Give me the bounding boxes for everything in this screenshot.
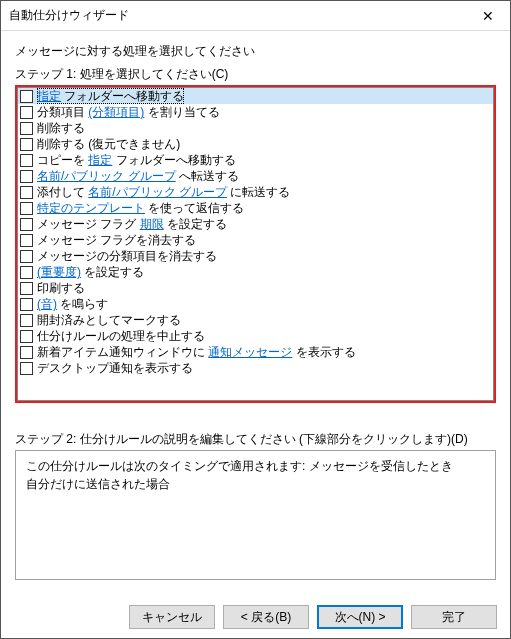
rule-text-part: を設定する bbox=[164, 217, 227, 231]
rule-text: メッセージ フラグ 期限 を設定する bbox=[37, 216, 227, 232]
rule-checkbox[interactable] bbox=[20, 314, 33, 327]
rule-text: デスクトップ通知を表示する bbox=[37, 360, 193, 376]
rule-checkbox[interactable] bbox=[20, 362, 33, 375]
rule-text-part: 仕分けルールの処理を中止する bbox=[37, 329, 205, 343]
rule-checkbox[interactable] bbox=[20, 282, 33, 295]
rule-checkbox[interactable] bbox=[20, 346, 33, 359]
rule-text-part: を割り当てる bbox=[144, 105, 219, 119]
rule-row[interactable]: デスクトップ通知を表示する bbox=[18, 360, 493, 376]
rule-row[interactable]: 添付して 名前/パブリック グループ に転送する bbox=[18, 184, 493, 200]
rule-text-part: 削除する (復元できません) bbox=[37, 137, 180, 151]
rule-checkbox[interactable] bbox=[20, 250, 33, 263]
rule-text: 開封済みとしてマークする bbox=[37, 312, 181, 328]
rule-text: (重要度) を設定する bbox=[37, 264, 144, 280]
rule-link[interactable]: 通知メッセージ bbox=[208, 345, 292, 359]
rule-checkbox[interactable] bbox=[20, 218, 33, 231]
instruction-text: メッセージに対する処理を選択してください bbox=[15, 43, 496, 60]
rule-text: メッセージの分類項目を消去する bbox=[37, 248, 217, 264]
rule-text: コピーを 指定 フォルダーへ移動する bbox=[37, 152, 236, 168]
description-box[interactable]: この仕分けルールは次のタイミングで適用されます: メッセージを受信したとき 自分… bbox=[15, 450, 496, 580]
rule-row[interactable]: 指定 フォルダーへ移動する bbox=[18, 88, 493, 104]
finish-button[interactable]: 完了 bbox=[411, 605, 497, 629]
rule-link[interactable]: (音) bbox=[37, 297, 57, 311]
rule-checkbox[interactable] bbox=[20, 186, 33, 199]
rule-checkbox[interactable] bbox=[20, 90, 33, 103]
rule-row[interactable]: (音) を鳴らす bbox=[18, 296, 493, 312]
cancel-button[interactable]: キャンセル bbox=[129, 605, 215, 629]
titlebar: 自動仕分けウィザード ✕ bbox=[1, 1, 510, 31]
rule-text: 新着アイテム通知ウィンドウに 通知メッセージ を表示する bbox=[37, 344, 356, 360]
rule-checkbox[interactable] bbox=[20, 266, 33, 279]
rule-link[interactable]: (分類項目) bbox=[88, 105, 144, 119]
rule-link[interactable]: 名前/パブリック グループ bbox=[37, 169, 176, 183]
rule-text: 特定のテンプレート を使って返信する bbox=[37, 200, 244, 216]
rule-row[interactable]: (重要度) を設定する bbox=[18, 264, 493, 280]
description-line2: 自分だけに送信された場合 bbox=[26, 475, 485, 493]
rule-text-part: 新着アイテム通知ウィンドウに bbox=[37, 345, 208, 359]
rule-text-part: 削除する bbox=[37, 121, 85, 135]
rule-checkbox[interactable] bbox=[20, 202, 33, 215]
rule-row[interactable]: 名前/パブリック グループ へ転送する bbox=[18, 168, 493, 184]
rules-list[interactable]: 指定 フォルダーへ移動する分類項目 (分類項目) を割り当てる削除する削除する … bbox=[17, 87, 494, 401]
rule-text-part: に転送する bbox=[227, 185, 290, 199]
rule-checkbox[interactable] bbox=[20, 106, 33, 119]
rule-text-part: を表示する bbox=[292, 345, 355, 359]
window-title: 自動仕分けウィザード bbox=[9, 7, 466, 24]
rule-checkbox[interactable] bbox=[20, 122, 33, 135]
rule-text: 印刷する bbox=[37, 280, 85, 296]
rule-link[interactable]: 名前/パブリック グループ bbox=[88, 185, 227, 199]
rule-row[interactable]: 特定のテンプレート を使って返信する bbox=[18, 200, 493, 216]
rule-text-part: フォルダーへ移動する bbox=[112, 153, 235, 167]
rule-text-part: 添付して bbox=[37, 185, 88, 199]
rule-text: 分類項目 (分類項目) を割り当てる bbox=[37, 104, 220, 120]
rule-row[interactable]: 分類項目 (分類項目) を割り当てる bbox=[18, 104, 493, 120]
rule-checkbox[interactable] bbox=[20, 234, 33, 247]
rules-list-highlight: 指定 フォルダーへ移動する分類項目 (分類項目) を割り当てる削除する削除する … bbox=[15, 85, 496, 403]
rule-link[interactable]: 期限 bbox=[140, 217, 164, 231]
step1-label: ステップ 1: 処理を選択してください(C) bbox=[15, 66, 496, 83]
rule-checkbox[interactable] bbox=[20, 170, 33, 183]
content-area: メッセージに対する処理を選択してください ステップ 1: 処理を選択してください… bbox=[1, 31, 510, 580]
rule-link[interactable]: 指定 bbox=[37, 89, 61, 103]
rule-row[interactable]: メッセージ フラグ 期限 を設定する bbox=[18, 216, 493, 232]
rule-row[interactable]: 開封済みとしてマークする bbox=[18, 312, 493, 328]
rule-link[interactable]: (重要度) bbox=[37, 265, 81, 279]
rule-text: 添付して 名前/パブリック グループ に転送する bbox=[37, 184, 290, 200]
rule-text-part: メッセージ フラグ bbox=[37, 217, 140, 231]
rule-text-part: メッセージの分類項目を消去する bbox=[37, 249, 217, 263]
rule-text: (音) を鳴らす bbox=[37, 296, 108, 312]
rule-link[interactable]: 特定のテンプレート bbox=[37, 201, 145, 215]
rule-checkbox[interactable] bbox=[20, 330, 33, 343]
rule-checkbox[interactable] bbox=[20, 138, 33, 151]
rule-text-part: コピーを bbox=[37, 153, 88, 167]
step2-area: ステップ 2: 仕分けルールの説明を編集してください (下線部分をクリックします… bbox=[15, 431, 496, 580]
rule-text-part: デスクトップ通知を表示する bbox=[37, 361, 193, 375]
rule-text: 名前/パブリック グループ へ転送する bbox=[37, 168, 239, 184]
rule-row[interactable]: コピーを 指定 フォルダーへ移動する bbox=[18, 152, 493, 168]
rule-row[interactable]: 削除する bbox=[18, 120, 493, 136]
rule-text-part: を使って返信する bbox=[145, 201, 244, 215]
rule-checkbox[interactable] bbox=[20, 154, 33, 167]
rule-text: 削除する bbox=[37, 120, 85, 136]
rule-text: 仕分けルールの処理を中止する bbox=[37, 328, 205, 344]
rule-text: メッセージ フラグを消去する bbox=[37, 232, 196, 248]
rule-text-part: メッセージ フラグを消去する bbox=[37, 233, 196, 247]
button-bar: キャンセル < 戻る(B) 次へ(N) > 完了 bbox=[129, 605, 497, 629]
rule-row[interactable]: メッセージ フラグを消去する bbox=[18, 232, 493, 248]
rule-text-part: 分類項目 bbox=[37, 105, 88, 119]
back-button[interactable]: < 戻る(B) bbox=[223, 605, 309, 629]
rule-row[interactable]: 新着アイテム通知ウィンドウに 通知メッセージ を表示する bbox=[18, 344, 493, 360]
rule-text: 削除する (復元できません) bbox=[37, 136, 180, 152]
rule-text-part: へ転送する bbox=[176, 169, 239, 183]
rule-checkbox[interactable] bbox=[20, 298, 33, 311]
rule-row[interactable]: メッセージの分類項目を消去する bbox=[18, 248, 493, 264]
rule-text-part: を設定する bbox=[81, 265, 144, 279]
rule-text-part: を鳴らす bbox=[57, 297, 108, 311]
close-icon[interactable]: ✕ bbox=[466, 1, 510, 31]
next-button[interactable]: 次へ(N) > bbox=[317, 605, 403, 629]
rule-text: 指定 フォルダーへ移動する bbox=[37, 88, 184, 104]
rule-row[interactable]: 削除する (復元できません) bbox=[18, 136, 493, 152]
rule-row[interactable]: 仕分けルールの処理を中止する bbox=[18, 328, 493, 344]
rule-link[interactable]: 指定 bbox=[88, 153, 112, 167]
rule-row[interactable]: 印刷する bbox=[18, 280, 493, 296]
